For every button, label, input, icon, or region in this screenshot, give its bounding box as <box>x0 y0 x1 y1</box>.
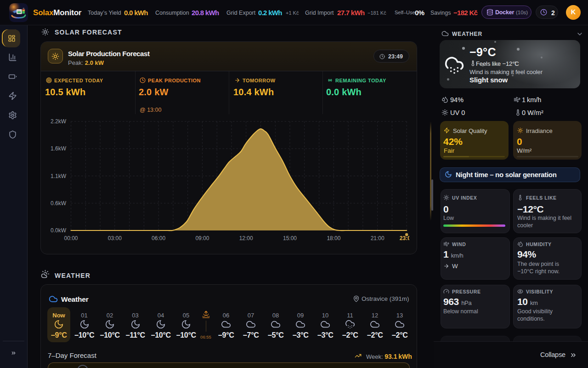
svg-text:23:00: 23:00 <box>400 235 409 242</box>
svg-text:12:00: 12:00 <box>239 235 253 242</box>
svg-text:2.2kW: 2.2kW <box>51 118 67 125</box>
svg-text:0.6kW: 0.6kW <box>51 200 67 207</box>
svg-text:1.1kW: 1.1kW <box>51 173 67 179</box>
svg-text:09:00: 09:00 <box>195 235 209 242</box>
svg-text:21:00: 21:00 <box>371 235 384 242</box>
svg-text:18:00: 18:00 <box>327 235 340 242</box>
svg-text:03:00: 03:00 <box>108 235 122 242</box>
svg-text:00:00: 00:00 <box>64 235 78 242</box>
svg-text:1.6kW: 1.6kW <box>51 145 67 152</box>
svg-text:15:00: 15:00 <box>283 235 297 242</box>
svg-text:0.0kW: 0.0kW <box>51 227 67 234</box>
svg-text:06:00: 06:00 <box>152 235 165 242</box>
